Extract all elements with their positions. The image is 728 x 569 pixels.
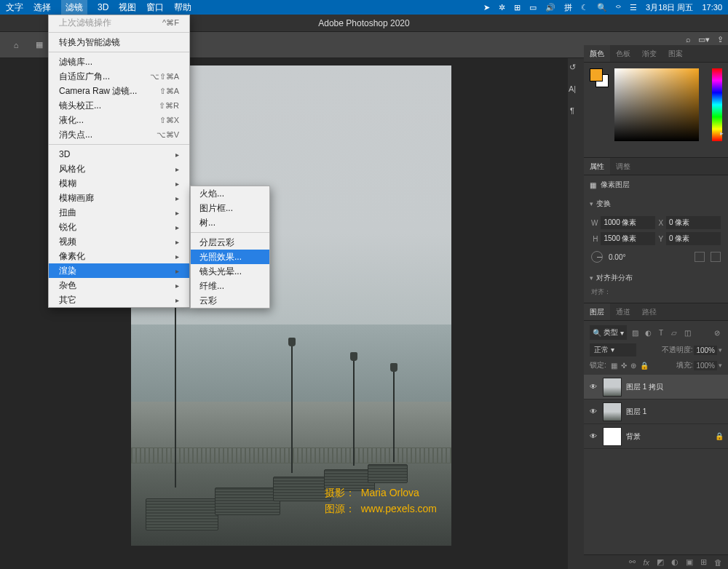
filter-image-icon[interactable]: ▨ [630,327,640,338]
transform-section[interactable]: 变换 [584,194,728,213]
tab-patterns[interactable]: 图案 [662,45,689,62]
submenu-diff-clouds[interactable]: 分层云彩 [191,235,269,250]
group-icon[interactable]: ▣ [686,557,693,567]
tool-preset-icon[interactable]: ▦ [31,36,48,54]
menu-view[interactable]: 视图 [119,1,136,14]
fg-color-swatch[interactable] [590,68,603,81]
layer-thumb[interactable] [603,427,622,446]
tab-layers[interactable]: 图层 [584,303,610,320]
menu-help[interactable]: 帮助 [174,1,191,14]
layer-name[interactable]: 背景 [626,431,641,442]
opacity-input[interactable]: 100% [694,346,717,355]
filter-type-icon[interactable]: T [656,327,666,338]
menu-lens-correction[interactable]: 镜头校正...⇧⌘R [49,98,189,113]
menu-pixelate-sub[interactable]: 像素化 [49,249,189,263]
layer-thumb[interactable] [603,378,622,397]
grid-icon[interactable]: ⊞ [514,3,521,12]
input-method-icon[interactable]: 拼 [564,2,572,13]
visibility-icon[interactable]: 👁 [588,383,598,391]
angle-icon[interactable] [591,251,603,263]
flip-h-icon[interactable] [695,252,705,262]
layer-thumb[interactable] [603,402,622,421]
trash-icon[interactable]: 🗑 [714,558,722,567]
menu-3d[interactable]: 3D [98,2,108,12]
menu-convert-smart[interactable]: 转换为智能滤镜 [49,35,189,49]
menubar-date[interactable]: 3月18日 周五 [646,2,693,13]
align-section[interactable]: 对齐并分布 [584,268,728,287]
menu-liquify[interactable]: 液化...⇧⌘X [49,113,189,127]
tab-color[interactable]: 颜色 [584,45,610,62]
link-layers-icon[interactable]: ⚯ [629,557,636,567]
tab-swatches[interactable]: 色板 [610,45,636,62]
location-icon[interactable]: ➤ [483,3,490,12]
mask-icon[interactable]: ◩ [657,557,664,567]
lock-pixels-icon[interactable]: ▦ [611,362,617,370]
new-layer-icon[interactable]: ⊞ [700,557,707,567]
menu-noise-sub[interactable]: 杂色 [49,278,189,293]
submenu-fibers[interactable]: 纤维... [191,279,269,293]
workspace-icon[interactable]: ▭▾ [698,35,710,44]
menu-3d-sub[interactable]: 3D [49,147,189,162]
color-field[interactable] [614,68,699,141]
angle-input[interactable]: 0.00° [609,253,645,261]
filter-toggle-icon[interactable]: ⊘ [712,327,722,338]
adjustment-icon[interactable]: ◐ [671,557,678,567]
submenu-picture-frame[interactable]: 图片框... [191,201,269,215]
visibility-icon[interactable]: 👁 [588,407,598,415]
lock-all-icon[interactable]: 🔒 [640,362,649,370]
tab-adjustments[interactable]: 调整 [610,158,636,175]
fill-input[interactable]: 100% [694,361,717,370]
dnd-icon[interactable]: ☾ [581,3,588,12]
flip-v-icon[interactable] [711,252,721,262]
visibility-icon[interactable]: 👁 [588,432,598,440]
menu-blur-sub[interactable]: 模糊 [49,176,189,191]
layer-row[interactable]: 👁 背景 🔒 [584,424,728,449]
submenu-tree[interactable]: 树... [191,215,269,230]
character-icon[interactable]: A| [565,81,579,96]
hue-slider[interactable] [712,68,722,141]
menu-filter[interactable]: 滤镜 [61,0,87,15]
layer-name[interactable]: 图层 1 [626,407,646,417]
layer-row[interactable]: 👁 图层 1 [584,399,728,424]
blend-mode-select[interactable]: 正常 ▾ [590,343,636,357]
search-icon[interactable]: ⌕ [686,35,691,44]
tab-paths[interactable]: 路径 [636,303,662,320]
filter-shape-icon[interactable]: ▱ [669,327,679,338]
y-input[interactable]: 0 像素 [666,232,721,245]
history-icon[interactable]: ↺ [565,60,579,74]
menu-select[interactable]: 选择 [33,1,51,14]
h-input[interactable]: 1500 像素 [601,232,655,245]
tab-gradients[interactable]: 渐变 [636,45,662,62]
menu-other-sub[interactable]: 其它 [49,293,189,307]
home-icon[interactable]: ⌂ [7,36,25,54]
tab-properties[interactable]: 属性 [584,158,610,175]
search-icon[interactable]: 🔍 [597,3,607,12]
lock-position-icon[interactable]: ✜ [621,362,627,370]
menu-blur-gallery-sub[interactable]: 模糊画廊 [49,191,189,205]
menu-sharpen-sub[interactable]: 锐化 [49,220,189,234]
share-icon[interactable]: ⇪ [717,35,724,44]
submenu-flame[interactable]: 火焰... [191,186,269,201]
fg-bg-swatch[interactable] [590,68,610,89]
display-icon[interactable]: ▭ [529,3,537,12]
volume-icon[interactable]: 🔊 [545,3,555,12]
wifi-icon[interactable]: ⌔ [616,3,621,12]
menu-filter-gallery[interactable]: 滤镜库... [49,55,189,69]
layer-row[interactable]: 👁 图层 1 拷贝 [584,375,728,399]
x-input[interactable]: 0 像素 [666,216,721,229]
paragraph-icon[interactable]: ¶ [565,103,579,118]
submenu-lighting-effects[interactable]: 光照效果... [191,250,269,264]
menu-stylize-sub[interactable]: 风格化 [49,162,189,176]
control-center-icon[interactable]: ☰ [630,3,637,12]
wechat-icon[interactable]: ✲ [499,3,505,12]
tab-channels[interactable]: 通道 [610,303,636,320]
menu-window[interactable]: 窗口 [146,1,164,14]
filter-adjust-icon[interactable]: ◐ [643,327,653,338]
filter-smart-icon[interactable]: ◫ [682,327,692,338]
submenu-clouds[interactable]: 云彩 [191,293,269,308]
menu-video-sub[interactable]: 视频 [49,234,189,249]
fx-icon[interactable]: fx [643,558,649,567]
lock-artboard-icon[interactable]: ⊕ [630,362,636,370]
menu-camera-raw[interactable]: Camera Raw 滤镜...⇧⌘A [49,84,189,98]
w-input[interactable]: 1000 像素 [601,216,655,229]
